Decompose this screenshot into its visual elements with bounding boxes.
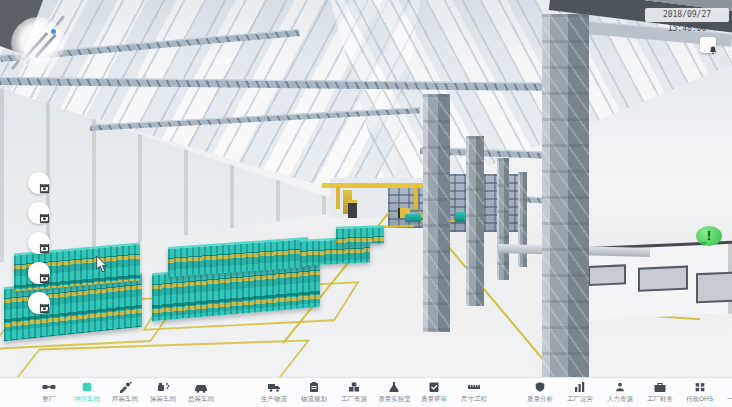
toolbar-item-label: 工厂资源 bbox=[341, 394, 367, 403]
alert-marker[interactable]: ! bbox=[696, 226, 722, 246]
toolbar-item-label: 质量评审 bbox=[421, 394, 447, 403]
steel-column bbox=[466, 136, 484, 306]
toolbar-item-label: 冲压车间 bbox=[74, 394, 100, 403]
toolbar-item-quality-lab[interactable]: 质量实验室 bbox=[374, 381, 414, 404]
bar-chart-icon bbox=[573, 381, 587, 393]
toolbar-item-production-logistics[interactable]: 生产物流 bbox=[254, 381, 294, 404]
machine-shortcut-list bbox=[28, 172, 52, 322]
toolbar-item-logistics-planning[interactable]: 物流规划 bbox=[294, 381, 334, 404]
toolbar-group-operations: 生产物流 物流规划 工厂资源 质量实验室 质量评审 尺寸工程 bbox=[254, 381, 494, 404]
toolbar-item-quality-analysis[interactable]: 质量分析 bbox=[520, 381, 560, 404]
ruler-icon bbox=[467, 381, 481, 393]
toolbar-item-label: 涂装车间 bbox=[150, 394, 176, 403]
toolbar-item-factory-finance[interactable]: 工厂财务 bbox=[640, 381, 680, 404]
toolbar-item-label: 一般规划 bbox=[727, 394, 732, 403]
assembly-workshop-icon bbox=[194, 381, 208, 393]
toolbar-item-label: 行政OHS bbox=[687, 394, 714, 403]
toolbar-item-label: 焊装车间 bbox=[112, 394, 138, 403]
toolbar-group-workshops: 整厂 冲压车间 焊装车间 涂装车间 总装车间 bbox=[30, 381, 220, 404]
toolbar-item-label: 工厂运营 bbox=[567, 394, 593, 403]
stamping-workshop-icon bbox=[81, 381, 93, 393]
boxes-icon bbox=[347, 381, 361, 393]
toolbar-item-label: 工厂财务 bbox=[647, 394, 673, 403]
toolbar-item-painting-workshop[interactable]: 涂装车间 bbox=[144, 381, 182, 404]
toolbar-item-admin-ohs[interactable]: 行政OHS bbox=[680, 381, 720, 404]
robot-arm bbox=[348, 200, 357, 218]
digital-factory-app: ! 2018/09/27 15:48:08 整厂 bbox=[0, 0, 732, 407]
briefcase-icon bbox=[653, 381, 667, 393]
toolbar-item-general-planning[interactable]: 一般规划 bbox=[720, 381, 732, 404]
toolbar-item-label: 尺寸工程 bbox=[461, 394, 487, 403]
notification-button[interactable] bbox=[700, 37, 716, 53]
shield-icon bbox=[534, 381, 546, 393]
toolbar-item-factory-operations[interactable]: 工厂运营 bbox=[560, 381, 600, 404]
enclosure-window bbox=[696, 271, 732, 303]
grid-icon bbox=[694, 381, 706, 393]
toolbar-item-label: 总装车间 bbox=[188, 394, 214, 403]
machine-small bbox=[405, 214, 421, 222]
toolbar-item-label: 人力资源 bbox=[607, 394, 633, 403]
steel-column-large bbox=[542, 14, 589, 377]
machine-shortcut-button[interactable] bbox=[28, 292, 50, 314]
truck-icon bbox=[267, 381, 281, 393]
gantry-leg bbox=[414, 187, 418, 209]
toolbar-group-management: 质量分析 工厂运营 人力资源 工厂财务 行政OHS 一般规划 bbox=[520, 381, 732, 404]
machine-shortcut-button[interactable] bbox=[28, 172, 50, 194]
machine-shortcut-button[interactable] bbox=[28, 202, 50, 224]
flask-icon bbox=[387, 381, 401, 393]
painting-workshop-icon bbox=[156, 381, 170, 393]
enclosure-window bbox=[588, 264, 626, 286]
toolbar-item-label: 物流规划 bbox=[301, 394, 327, 403]
welding-workshop-icon bbox=[118, 381, 132, 393]
toolbar-item-welding-workshop[interactable]: 焊装车间 bbox=[106, 381, 144, 404]
plant-overview-icon bbox=[42, 381, 56, 393]
toolbar-item-label: 整厂 bbox=[43, 394, 56, 403]
toolbar-item-factory-resources[interactable]: 工厂资源 bbox=[334, 381, 374, 404]
clipboard-icon bbox=[307, 381, 321, 393]
toolbar-item-dimensional-engineering[interactable]: 尺寸工程 bbox=[454, 381, 494, 404]
machine-shortcut-button[interactable] bbox=[28, 232, 50, 254]
toolbar-item-quality-review[interactable]: 质量评审 bbox=[414, 381, 454, 404]
toolbar-item-assembly-workshop[interactable]: 总装车间 bbox=[182, 381, 220, 404]
3d-viewport[interactable]: ! 2018/09/27 15:48:08 bbox=[0, 0, 732, 377]
toolbar-item-label: 质量实验室 bbox=[378, 394, 410, 403]
compass-widget[interactable] bbox=[11, 17, 65, 71]
enclosure-window bbox=[638, 266, 688, 292]
timestamp: 2018/09/27 15:48:08 bbox=[645, 8, 729, 22]
toolbar-item-stamping-workshop[interactable]: 冲压车间 bbox=[68, 381, 106, 404]
gantry-leg bbox=[336, 187, 340, 209]
bottom-toolbar: 整厂 冲压车间 焊装车间 涂装车间 总装车间 生产物流 bbox=[0, 377, 732, 407]
toolbar-item-label: 质量分析 bbox=[527, 394, 553, 403]
review-doc-icon bbox=[427, 381, 441, 393]
machine-shortcut-button[interactable] bbox=[28, 262, 50, 284]
toolbar-item-label: 生产物流 bbox=[261, 394, 287, 403]
person-icon bbox=[614, 381, 626, 393]
steel-column bbox=[497, 158, 509, 280]
compass-needle-icon bbox=[34, 34, 56, 58]
toolbar-item-plant-overview[interactable]: 整厂 bbox=[30, 381, 68, 404]
die-stack[interactable] bbox=[336, 225, 384, 245]
toolbar-item-human-resources[interactable]: 人力资源 bbox=[600, 381, 640, 404]
compass-north-dot bbox=[51, 29, 56, 34]
steel-column bbox=[423, 94, 450, 332]
